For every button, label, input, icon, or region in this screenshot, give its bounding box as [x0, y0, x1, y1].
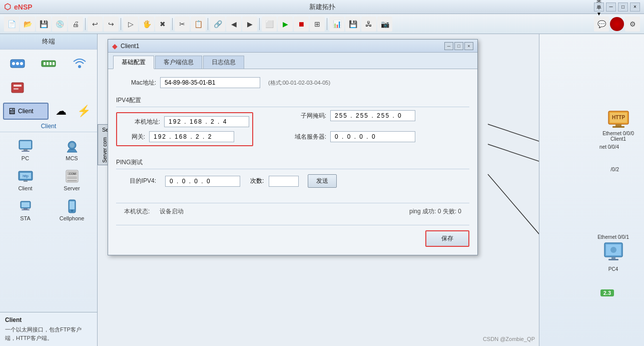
topology-button[interactable]: ⬜: [262, 17, 277, 32]
svg-rect-26: [67, 176, 77, 179]
chat-button[interactable]: 💬: [594, 17, 609, 32]
save-topo-icon: 💾: [40, 20, 48, 28]
save2-button[interactable]: 💾: [345, 17, 360, 32]
topology-icon: ⬜: [265, 20, 274, 28]
tab-basic-config[interactable]: 基础配置: [113, 56, 154, 69]
client1-icon: HTTP: [606, 109, 630, 131]
stop-button[interactable]: ⏹: [294, 17, 309, 32]
svg-line-37: [488, 174, 539, 244]
dialog-minimize[interactable]: ─: [444, 42, 453, 50]
ping-count-input[interactable]: [269, 176, 299, 187]
link-button[interactable]: 🔗: [210, 17, 225, 32]
sidebar-item-client[interactable]: http Client: [3, 165, 48, 193]
sidebar-item-routers[interactable]: [3, 53, 32, 75]
client1-label: Ethernet 0/0/0 Client1: [602, 131, 634, 142]
sidebar-item-cellphone[interactable]: Cellphone: [50, 195, 94, 223]
right-panel: HTTP Ethernet 0/0/0 Client1 net 0/0/4 /0…: [539, 34, 644, 346]
back-button[interactable]: ◀: [226, 17, 241, 32]
svg-rect-42: [612, 126, 624, 128]
ping-target-input[interactable]: [165, 176, 240, 187]
close-button[interactable]: ×: [630, 3, 640, 12]
cursor-button[interactable]: ▷: [123, 17, 138, 32]
pc4-ethernet-label: Ethernet 0/0/1: [597, 234, 629, 240]
network-button[interactable]: 🖧: [361, 17, 376, 32]
dialog-close[interactable]: ×: [464, 42, 473, 50]
camera-icon: 📷: [381, 20, 389, 28]
new-button[interactable]: 📄: [4, 17, 19, 32]
settings-button[interactable]: ⚙: [625, 17, 640, 32]
pc4-device[interactable]: Ethernet 0/0/1 PC4: [597, 234, 629, 272]
tab-log-info[interactable]: 日志信息: [203, 56, 244, 69]
back-icon: ◀: [231, 20, 237, 28]
svg-rect-30: [24, 208, 28, 209]
client1-device[interactable]: HTTP Ethernet 0/0/0 Client1: [602, 109, 634, 142]
svg-rect-22: [24, 180, 28, 182]
sidebar-item-cloud[interactable]: ☁: [51, 103, 72, 120]
mcs-label: MCS: [66, 155, 78, 161]
local-ip-input[interactable]: [164, 116, 249, 127]
play-button[interactable]: ▶: [278, 17, 293, 32]
main-layout: 终端: [0, 34, 644, 346]
monitor-icon: 🖥: [7, 106, 16, 117]
client-label: Client: [18, 185, 32, 191]
minimize-button[interactable]: ─: [606, 3, 616, 12]
svg-line-35: [488, 124, 539, 144]
client-icon: http: [17, 167, 35, 185]
sidebar-item-client-selected[interactable]: 🖥 Client: [3, 103, 49, 120]
sep1: [85, 18, 86, 30]
sidebar: 终端: [0, 34, 98, 346]
cut-button[interactable]: ✂: [175, 17, 190, 32]
tab-client-info[interactable]: 客户端信息: [155, 56, 202, 69]
print-button[interactable]: 🖨: [68, 17, 83, 32]
grid-button[interactable]: ⊞: [310, 17, 325, 32]
server-icon: .COM: [63, 167, 81, 185]
copy-icon: 📋: [194, 20, 203, 28]
sidebar-item-misc[interactable]: [3, 77, 32, 99]
open-button[interactable]: 📂: [20, 17, 35, 32]
sidebar-item-power[interactable]: ⚡: [74, 103, 95, 120]
dialog-maximize[interactable]: □: [454, 42, 463, 50]
camera-button[interactable]: 📷: [377, 17, 392, 32]
local-ip-row: 本机地址:: [120, 116, 249, 127]
mac-hint: (格式:00-01-02-03-04-05): [268, 79, 330, 87]
save-topo-button[interactable]: 💾: [36, 17, 51, 32]
sidebar-item-server[interactable]: .COM Server: [50, 165, 94, 193]
ping-send-button[interactable]: 发送: [308, 174, 337, 188]
mac-row: Mac地址: (格式:00-01-02-03-04-05): [116, 77, 469, 88]
huawei-logo: [610, 17, 624, 31]
ping-section: PING测试 目的IPV4: 次数: 发送: [116, 158, 469, 188]
sidebar-item-sta[interactable]: STA: [3, 195, 48, 223]
sidebar-item-switches[interactable]: [34, 53, 63, 75]
chart-button[interactable]: 📊: [329, 17, 344, 32]
sidebar-item-pc[interactable]: PC: [3, 135, 48, 163]
forward-button[interactable]: ▶: [242, 17, 257, 32]
svg-rect-31: [22, 209, 30, 210]
settings-icon: ⚙: [629, 20, 636, 28]
redo-button[interactable]: ↪: [104, 17, 119, 32]
svg-rect-15: [24, 149, 28, 151]
save-button[interactable]: 保存: [425, 230, 469, 247]
subnet-row: 子网掩码:: [286, 110, 415, 121]
maximize-button[interactable]: □: [618, 3, 628, 12]
chat-icon: 💬: [597, 20, 606, 28]
redo-icon: ↪: [108, 20, 114, 28]
mac-input[interactable]: [160, 77, 260, 88]
desc-title: Client: [5, 316, 92, 323]
disk-button[interactable]: 💿: [52, 17, 67, 32]
copy-button[interactable]: 📋: [191, 17, 206, 32]
delete-button[interactable]: ✖: [155, 17, 170, 32]
sep4: [208, 18, 208, 30]
badge-label: 2.3: [600, 289, 614, 296]
gateway-input[interactable]: [149, 131, 234, 142]
subnet-input[interactable]: [330, 110, 415, 121]
canvas-area[interactable]: Ser Server com ◆ Client1 ─ □: [98, 34, 539, 346]
undo-button[interactable]: ↩: [88, 17, 103, 32]
sidebar-item-wireless[interactable]: [65, 53, 94, 75]
pc4-icon: [601, 241, 625, 266]
pan-button[interactable]: 🖐: [139, 17, 154, 32]
menu-button[interactable]: 菜 单▼: [594, 3, 604, 12]
sidebar-description: Client 一个以太网接口，包含FTP客户端，HTTP客户端。: [0, 312, 97, 346]
dns-input[interactable]: [330, 131, 415, 142]
sidebar-item-mcs[interactable]: MCS: [50, 135, 94, 163]
sep5: [259, 18, 260, 30]
